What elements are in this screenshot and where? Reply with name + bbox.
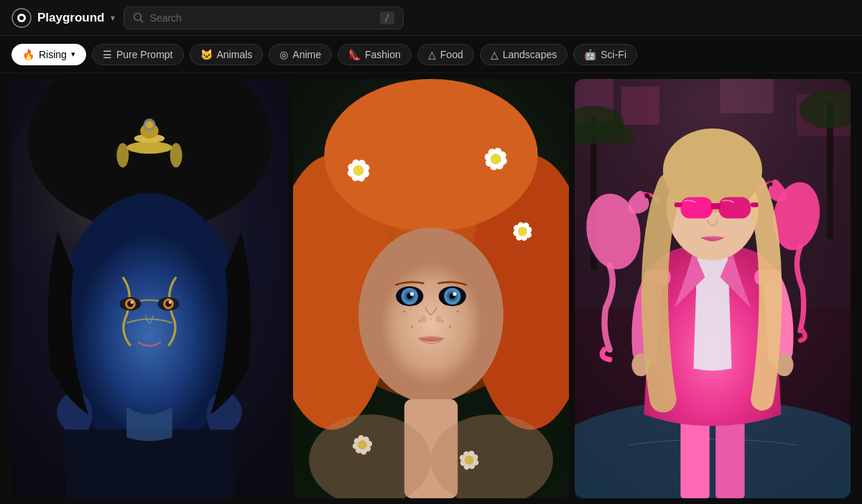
image-1	[11, 79, 287, 498]
svg-point-122	[769, 182, 772, 186]
filter-pill-landscapes[interactable]: △Landscapes	[480, 44, 568, 65]
svg-point-36	[403, 310, 405, 312]
image-2	[293, 79, 569, 498]
search-bar[interactable]: /	[124, 6, 404, 29]
image-card-3[interactable]	[575, 79, 851, 498]
search-icon	[133, 12, 144, 24]
search-input[interactable]	[150, 12, 375, 24]
svg-rect-110	[621, 87, 659, 125]
svg-rect-135	[711, 203, 720, 209]
image-grid	[0, 73, 862, 504]
image-card-2[interactable]	[293, 79, 569, 498]
filter-pill-fashion[interactable]: 👠Fashion	[338, 44, 412, 65]
animals-icon: 🐱	[200, 49, 213, 60]
svg-point-23	[169, 301, 172, 304]
svg-rect-136	[675, 202, 682, 207]
svg-point-33	[358, 228, 504, 403]
svg-point-12	[146, 121, 154, 129]
logo-area[interactable]: Playground ▾	[11, 8, 115, 28]
food-label: Food	[440, 49, 463, 60]
landscapes-icon: △	[491, 49, 499, 60]
svg-point-54	[453, 292, 456, 296]
svg-point-42	[430, 318, 432, 319]
image-card-1[interactable]	[11, 79, 287, 498]
svg-point-53	[410, 292, 414, 296]
rising-label: Rising	[39, 49, 67, 60]
svg-line-4	[140, 19, 143, 22]
landscapes-label: Landscapes	[503, 49, 557, 60]
pure-prompt-label: Pure Prompt	[116, 49, 173, 60]
svg-point-43	[411, 325, 413, 327]
header: Playground ▾ /	[0, 0, 862, 36]
svg-point-2	[19, 16, 24, 20]
svg-point-13	[116, 143, 129, 167]
fashion-label: Fashion	[365, 49, 401, 60]
app-name: Playground	[37, 11, 105, 25]
filter-pill-sci-fi[interactable]: 🤖Sci-Fi	[573, 44, 637, 65]
image-3	[575, 79, 851, 498]
svg-point-39	[457, 310, 459, 312]
filter-pill-food[interactable]: △Food	[417, 44, 474, 65]
anime-label: Anime	[292, 49, 321, 60]
svg-point-8	[126, 141, 172, 154]
svg-rect-137	[751, 202, 759, 207]
svg-point-40	[418, 320, 420, 322]
sci-fi-label: Sci-Fi	[601, 49, 626, 60]
food-icon: △	[428, 49, 436, 60]
svg-point-22	[130, 301, 133, 304]
svg-point-14	[170, 143, 182, 167]
svg-point-44	[449, 325, 451, 327]
slash-shortcut: /	[380, 11, 394, 24]
svg-point-120	[644, 193, 649, 197]
sci-fi-icon: 🤖	[584, 49, 596, 60]
animals-label: Animals	[217, 49, 253, 60]
fashion-icon: 👠	[348, 49, 361, 60]
svg-point-41	[441, 320, 443, 322]
filter-pill-anime[interactable]: ◎Anime	[269, 44, 332, 65]
filter-pill-animals[interactable]: 🐱Animals	[190, 44, 264, 65]
svg-point-55	[420, 316, 426, 322]
pure-prompt-icon: ☰	[103, 49, 112, 60]
anime-icon: ◎	[279, 49, 288, 60]
filter-pill-rising[interactable]: 🔥Rising▾	[11, 44, 86, 65]
playground-logo-icon	[11, 8, 32, 28]
svg-rect-111	[720, 79, 774, 113]
rising-chevron-icon: ▾	[71, 50, 75, 59]
filter-bar: 🔥Rising▾☰Pure Prompt🐱Animals◎Anime👠Fashi…	[0, 36, 862, 73]
rising-icon: 🔥	[22, 49, 34, 60]
chevron-down-icon: ▾	[111, 13, 115, 23]
svg-point-56	[435, 316, 441, 322]
filter-pill-pure-prompt[interactable]: ☰Pure Prompt	[92, 44, 184, 65]
